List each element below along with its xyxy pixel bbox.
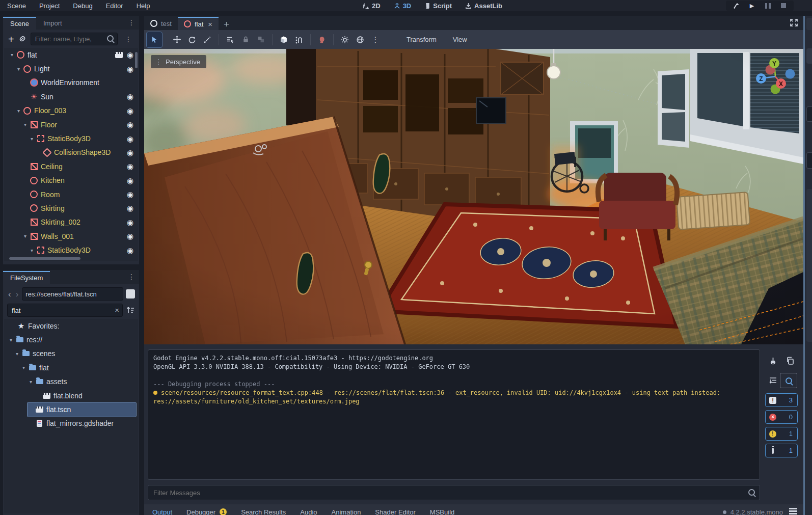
scene-tab-flat[interactable]: flat× xyxy=(178,17,219,30)
preview-environment-button[interactable] xyxy=(353,32,368,47)
collapse-icon[interactable]: ▾ xyxy=(27,379,35,385)
axis-gizmo[interactable]: Y Z X xyxy=(752,53,798,99)
distraction-free-icon[interactable] xyxy=(790,18,798,29)
history-forward-icon[interactable]: › xyxy=(15,290,20,299)
collapse-duplicates-icon[interactable] xyxy=(767,374,779,386)
path-input[interactable] xyxy=(22,287,123,301)
collapse-icon[interactable]: ▾ xyxy=(7,337,15,343)
collapse-icon[interactable]: ▾ xyxy=(20,365,28,370)
filesystem-dock-menu-icon[interactable]: ⋮ xyxy=(125,273,138,280)
visibility-eye-icon[interactable]: ◉ xyxy=(127,247,133,254)
tree-node-flat[interactable]: ▾flat◉ xyxy=(4,48,138,62)
tree-node-sun[interactable]: ☀Sun◉ xyxy=(4,90,138,103)
tab-import[interactable]: Import xyxy=(36,17,69,30)
close-icon[interactable]: × xyxy=(208,20,212,29)
move-mode-button[interactable] xyxy=(169,32,184,47)
scene-file-icon[interactable] xyxy=(115,52,123,58)
play-icon[interactable]: ▶ xyxy=(748,2,756,10)
collapse-icon[interactable]: ▾ xyxy=(21,122,29,127)
fs-file-flat-mirrors-gdshader[interactable]: flat_mirrors.gdshader xyxy=(4,417,138,430)
scale-mode-button[interactable] xyxy=(200,32,215,47)
bottom-tab-search-results[interactable]: Search Results xyxy=(241,508,286,515)
collapse-icon[interactable]: ▾ xyxy=(15,66,22,72)
inspector-tab-fragment[interactable] xyxy=(806,18,812,30)
tree-node-walls-001[interactable]: ▾Walls_001◉ xyxy=(4,229,138,243)
bottom-tab-output[interactable]: Output xyxy=(152,508,172,515)
scene-dock-menu-icon[interactable]: ⋮ xyxy=(125,19,138,26)
group-selected-button[interactable] xyxy=(253,32,268,47)
tree-node-worldenvironment[interactable]: WorldEnvironment xyxy=(4,76,138,90)
filter-all-toggle[interactable]: ! 3 xyxy=(765,393,798,407)
axis-neg-z-ball[interactable] xyxy=(786,69,795,79)
visibility-eye-icon[interactable]: ◉ xyxy=(127,204,133,212)
bottom-tab-animation[interactable]: Animation xyxy=(332,508,361,515)
instance-scene-link-icon[interactable] xyxy=(18,35,26,43)
tree-node-floor[interactable]: ▾Floor◉ xyxy=(4,118,138,131)
menu-project[interactable]: Project xyxy=(39,2,60,10)
scene-tree-menu-icon[interactable]: ⋮ xyxy=(122,36,135,43)
switch-script[interactable]: Script xyxy=(424,2,452,10)
tree-node-room[interactable]: Room◉ xyxy=(4,187,138,201)
visibility-eye-icon[interactable]: ◉ xyxy=(127,149,133,156)
inspector-button-fragment[interactable] xyxy=(806,48,812,64)
bottom-tab-msbuild[interactable]: MSBuild xyxy=(430,508,454,515)
scene-tree-horizontal-scrollbar[interactable] xyxy=(9,257,80,260)
menu-scene[interactable]: Scene xyxy=(7,2,26,10)
filter-messages-toggle[interactable]: 1 xyxy=(765,444,798,457)
filter-errors-toggle[interactable]: × 0 xyxy=(765,410,798,424)
inspector-section-fragment[interactable] xyxy=(806,189,812,342)
visibility-eye-icon[interactable]: ◉ xyxy=(127,107,133,115)
use-snap-button[interactable] xyxy=(291,32,307,47)
tree-node-skirting[interactable]: Skirting◉ xyxy=(4,201,138,215)
fs-favorites[interactable]: ★Favorites: xyxy=(4,319,138,333)
scene-tab-test[interactable]: test xyxy=(144,17,178,30)
sort-files-icon[interactable] xyxy=(126,306,135,315)
fs-folder-scenes[interactable]: ▾scenes xyxy=(4,347,138,361)
expand-bottom-panel-icon[interactable] xyxy=(789,508,797,509)
preview-sunlight-button[interactable] xyxy=(337,32,353,47)
inspector-field-fragment[interactable] xyxy=(806,106,812,122)
fs-file-flat-tscn[interactable]: flat.tscn xyxy=(28,402,136,416)
fs-folder-flat[interactable]: ▾flat xyxy=(4,361,138,374)
select-mode-button[interactable] xyxy=(147,32,162,47)
build-hammer-icon[interactable] xyxy=(732,2,740,10)
clear-search-icon[interactable]: × xyxy=(115,306,119,314)
transform-menu[interactable]: Transform xyxy=(398,36,445,43)
bottom-tab-shader-editor[interactable]: Shader Editor xyxy=(375,508,416,515)
rotate-mode-button[interactable] xyxy=(184,32,200,47)
search-output-button[interactable] xyxy=(780,373,797,388)
clear-output-broom-icon[interactable] xyxy=(767,355,779,367)
output-log[interactable]: Godot Engine v4.2.2.stable.mono.official… xyxy=(148,349,760,480)
bottom-tab-debugger[interactable]: Debugger xyxy=(186,508,215,515)
filter-messages-input[interactable] xyxy=(148,485,760,500)
collapse-icon[interactable]: ▾ xyxy=(13,351,21,357)
visibility-eye-icon[interactable]: ◉ xyxy=(127,121,133,128)
filesystem-search-input[interactable] xyxy=(7,304,123,317)
inspector-field-fragment[interactable] xyxy=(806,152,812,169)
visibility-eye-icon[interactable]: ◉ xyxy=(127,232,133,240)
lock-selected-button[interactable] xyxy=(238,32,253,47)
tab-filesystem[interactable]: FileSystem xyxy=(3,271,50,284)
pause-icon[interactable] xyxy=(764,2,772,10)
tree-node-staticbody3d[interactable]: ▾StaticBody3D◉ xyxy=(4,131,138,145)
tree-node-skirting-002[interactable]: Skirting_002◉ xyxy=(4,215,138,229)
collapse-icon[interactable]: ▾ xyxy=(28,136,36,142)
tree-node-staticbody3d-2[interactable]: ▾StaticBody3D◉ xyxy=(4,243,138,257)
bottom-tab-audio[interactable]: Audio xyxy=(300,508,317,515)
menu-help[interactable]: Help xyxy=(137,2,150,10)
list-select-button[interactable] xyxy=(223,32,238,47)
view-menu[interactable]: View xyxy=(445,36,475,43)
tree-node-collisionshape3d[interactable]: CollisionShape3D◉ xyxy=(4,146,138,159)
scene-filter-input[interactable] xyxy=(31,33,118,45)
fs-folder-assets[interactable]: ▾assets xyxy=(4,375,138,389)
viewport-3d[interactable]: ⋮ Perspective Y Z X xyxy=(144,49,803,344)
tab-scene[interactable]: Scene xyxy=(3,17,36,30)
visibility-eye-icon[interactable]: ◉ xyxy=(127,219,133,226)
switch-assetlib[interactable]: AssetLib xyxy=(465,2,502,10)
tree-node-light[interactable]: ▾Light◉ xyxy=(4,62,138,75)
menu-debug[interactable]: Debug xyxy=(73,2,92,10)
ruler-paint-tool-button[interactable] xyxy=(314,32,330,47)
filter-warnings-toggle[interactable]: ! 1 xyxy=(765,427,798,441)
visibility-eye-icon[interactable]: ◉ xyxy=(127,135,133,143)
visibility-eye-icon[interactable]: ◉ xyxy=(127,65,133,73)
